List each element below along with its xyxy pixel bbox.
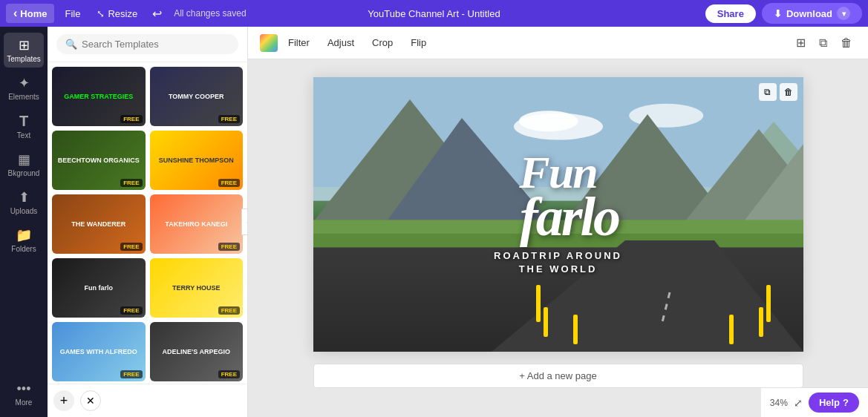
free-badge: FREE [218, 306, 240, 315]
help-button[interactable]: Help ? [809, 393, 859, 413]
left-sidebar: ⊞ Templates ✦ Elements T Text ▦ Bkground… [0, 27, 48, 417]
templates-grid: GAMER STRATEGIESFREETOMMY COOPERFREEBEEC… [48, 62, 247, 384]
more-icon: ••• [17, 381, 31, 397]
sidebar-item-templates[interactable]: ⊞ Templates [4, 33, 44, 68]
free-badge: FREE [120, 370, 142, 378]
more-options-button[interactable]: ✕ [80, 390, 101, 411]
text-icon: T [19, 113, 28, 130]
add-page-link[interactable]: + Add a new page [313, 364, 803, 388]
main-area: ⊞ Templates ✦ Elements T Text ▦ Bkground… [0, 27, 868, 417]
share-button[interactable]: Share [705, 4, 756, 23]
search-icon: 🔍 [65, 39, 77, 50]
template-card[interactable]: TAKEHIRO KANEGIFREE [150, 194, 244, 254]
download-icon: ⬇ [774, 8, 782, 19]
sidebar-label-templates: Templates [7, 55, 41, 63]
folders-icon: 📁 [16, 227, 32, 243]
canvas-scroll[interactable]: ⧉ 🗑 [248, 59, 868, 417]
templates-icon: ⊞ [19, 37, 30, 53]
free-badge: FREE [120, 115, 142, 123]
svg-rect-17 [544, 307, 548, 337]
nav-left-group: Home File Resize ↩ All changes saved [6, 4, 247, 24]
grid-view-button[interactable]: ⊞ [792, 32, 809, 53]
svg-rect-16 [536, 285, 541, 322]
template-card[interactable]: TOMMY COOPERFREE [150, 67, 244, 126]
sidebar-label-uploads: Uploads [10, 207, 38, 215]
document-title: YouTube Channel Art - Untitled [368, 8, 500, 19]
template-card[interactable]: GAMER STRATEGIESFREE [52, 67, 146, 126]
template-card[interactable]: BEECHTOWN ORGANICSFREE [52, 131, 146, 190]
home-button[interactable]: Home [6, 4, 54, 23]
sidebar-label-folders: Folders [11, 245, 36, 253]
canvas-text-overlay: Fun farlo ROADTRIP AROUND THE WORLD [494, 152, 622, 276]
download-label: Download [786, 8, 832, 19]
doc-trash-button[interactable]: 🗑 [780, 83, 797, 101]
help-icon: ? [843, 397, 849, 408]
zoom-expand-button[interactable]: ⤢ [794, 397, 803, 409]
top-navigation: Home File Resize ↩ All changes saved You… [0, 0, 868, 27]
search-input[interactable] [82, 39, 229, 50]
subtitle-text: ROADTRIP AROUND THE WORLD [494, 249, 622, 276]
free-badge: FREE [218, 179, 240, 187]
canvas-document[interactable]: ⧉ 🗑 [313, 77, 803, 352]
sidebar-item-folders[interactable]: 📁 Folders [4, 223, 44, 257]
sidebar-item-background[interactable]: ▦ Bkground [4, 147, 44, 182]
saved-status: All changes saved [174, 8, 246, 19]
adjust-button[interactable]: Adjust [320, 33, 362, 52]
uploads-icon: ⬆ [19, 189, 30, 206]
free-badge: FREE [120, 179, 142, 187]
free-badge: FREE [218, 115, 240, 123]
template-card[interactable]: GAMES WITH ALFREDOFREE [52, 322, 146, 381]
free-badge: FREE [120, 243, 142, 251]
filter-button[interactable]: Filter [281, 33, 317, 52]
template-card[interactable]: ADELINE'S ARPEGIOFREE [150, 322, 244, 381]
duplicate-button[interactable]: ⧉ [815, 33, 831, 53]
svg-rect-18 [573, 315, 578, 344]
undo-button[interactable]: ↩ [146, 4, 168, 24]
template-card[interactable]: SUNSHINE THOMPSONFREE [150, 131, 244, 190]
add-page-button[interactable]: + [53, 390, 74, 411]
add-page-row: + Add a new page [313, 364, 803, 388]
template-card[interactable]: THE WANDERERFREE [52, 194, 146, 254]
sidebar-label-background: Bkground [8, 169, 40, 177]
toolbar-right: ⊞ ⧉ 🗑 [792, 32, 856, 53]
background-icon: ▦ [18, 151, 30, 168]
download-button[interactable]: ⬇ Download ▾ [762, 3, 862, 24]
panel-bottom: + ✕ [48, 384, 247, 417]
sidebar-label-more: More [16, 398, 33, 407]
search-input-wrap: 🔍 [56, 34, 238, 54]
sidebar-label-text: Text [17, 131, 30, 139]
template-card[interactable]: TERRY HOUSEFREE [150, 258, 244, 318]
canvas-wrapper: ⧉ 🗑 [313, 77, 803, 388]
resize-button[interactable]: Resize [91, 5, 143, 22]
collapse-panel-button[interactable]: ‹ [241, 208, 248, 235]
elements-icon: ✦ [19, 75, 30, 91]
sidebar-item-more[interactable]: ••• More [4, 377, 44, 411]
file-button[interactable]: File [57, 5, 88, 22]
templates-panel: 🔍 GAMER STRATEGIESFREETOMMY COOPERFREEBE… [48, 27, 248, 417]
free-badge: FREE [120, 306, 142, 315]
nav-right-group: Share ⬇ Download ▾ [705, 3, 862, 24]
help-label: Help [819, 397, 840, 408]
sidebar-item-text[interactable]: T Text [4, 108, 44, 144]
svg-rect-19 [766, 285, 771, 322]
farlo-text: farlo [516, 194, 622, 240]
download-arrow-icon: ▾ [837, 7, 850, 20]
canvas-area: Filter Adjust Crop Flip ⊞ ⧉ 🗑 ⧉ 🗑 [248, 27, 868, 417]
trash-button[interactable]: 🗑 [837, 33, 856, 53]
canvas-image: Fun farlo ROADTRIP AROUND THE WORLD [313, 77, 803, 352]
color-swatch[interactable] [260, 34, 278, 52]
zoom-label: 34% [770, 398, 788, 408]
template-card[interactable]: Fun farloFREE [52, 258, 146, 318]
sidebar-item-elements[interactable]: ✦ Elements [4, 70, 44, 105]
free-badge: FREE [218, 243, 240, 251]
flip-button[interactable]: Flip [403, 33, 434, 52]
search-box: 🔍 [48, 27, 247, 62]
free-badge: FREE [218, 370, 240, 378]
svg-rect-20 [759, 307, 763, 337]
crop-button[interactable]: Crop [365, 33, 400, 52]
sidebar-item-uploads[interactable]: ⬆ Uploads [4, 185, 44, 220]
svg-rect-21 [729, 315, 734, 344]
svg-point-3 [518, 111, 578, 131]
doc-duplicate-button[interactable]: ⧉ [759, 83, 777, 101]
bottom-bar: 34% ⤢ Help ? [761, 387, 868, 417]
